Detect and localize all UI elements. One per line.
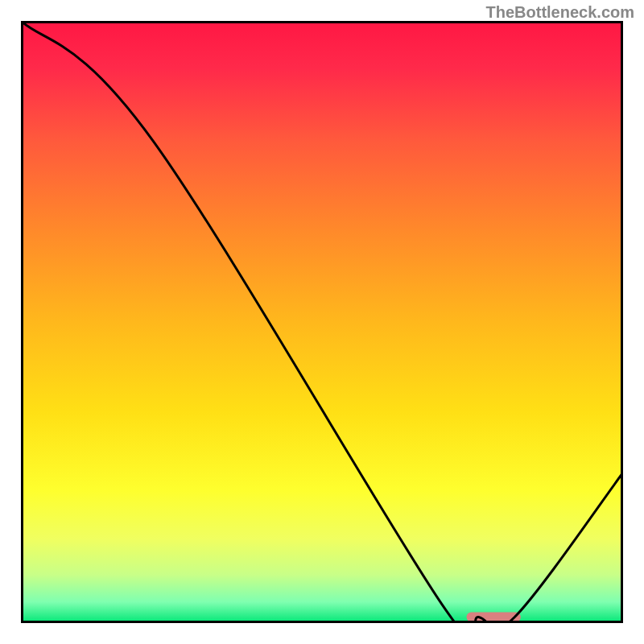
bottleneck-chart (21, 21, 623, 623)
chart-svg (21, 21, 623, 623)
gradient-background (21, 21, 623, 623)
watermark-text: TheBottleneck.com (486, 3, 634, 22)
